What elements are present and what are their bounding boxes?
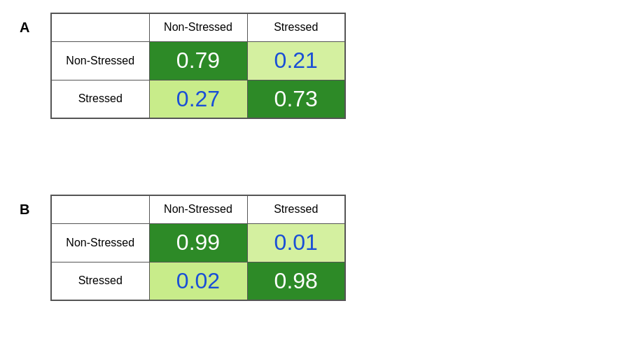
corner-cell-a <box>51 13 149 41</box>
col-header-non-stressed-a: Non-Stressed <box>149 13 247 41</box>
row-label-stressed-b: Stressed <box>51 262 149 300</box>
section-a-label: A <box>20 20 29 36</box>
corner-cell-b <box>51 195 149 223</box>
cell-a-22: 0.73 <box>247 80 345 118</box>
row-label-non-stressed-b: Non-Stressed <box>51 223 149 262</box>
cell-b-11: 0.99 <box>149 223 247 262</box>
col-header-non-stressed-b: Non-Stressed <box>149 195 247 223</box>
cell-a-21: 0.27 <box>149 80 247 118</box>
confusion-matrix-a: Non-Stressed Stressed Non-Stressed 0.79 … <box>50 13 346 119</box>
col-header-stressed-b: Stressed <box>247 195 345 223</box>
cell-a-11: 0.79 <box>149 41 247 80</box>
confusion-matrix-b: Non-Stressed Stressed Non-Stressed 0.99 … <box>50 195 346 301</box>
cell-b-21: 0.02 <box>149 262 247 300</box>
cell-b-12: 0.01 <box>247 223 345 262</box>
cell-b-22: 0.98 <box>247 262 345 300</box>
cell-a-12: 0.21 <box>247 41 345 80</box>
section-b-label: B <box>20 202 29 218</box>
col-header-stressed-a: Stressed <box>247 13 345 41</box>
row-label-stressed-a: Stressed <box>51 80 149 118</box>
row-label-non-stressed-a: Non-Stressed <box>51 41 149 80</box>
